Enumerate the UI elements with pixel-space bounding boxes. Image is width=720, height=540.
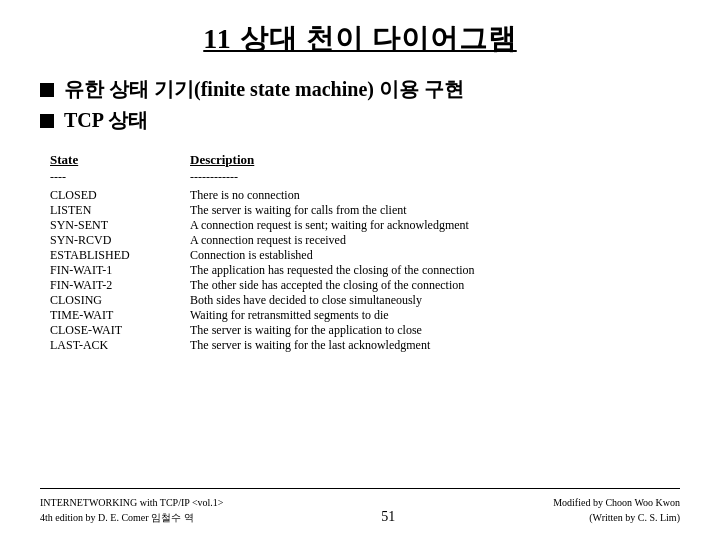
footer: INTERNETWORKING with TCP/IP <vol.1> 4th … xyxy=(40,488,680,525)
state-header: State xyxy=(50,152,190,168)
bullet-item-1: 유한 상태 기기(finite state machine) 이용 구현 xyxy=(40,76,680,103)
footer-right-line2: (Written by C. S. Lim) xyxy=(553,510,680,525)
desc-cell-3: A connection request is received xyxy=(190,233,680,248)
page: 11 상대 천이 다이어그램 유한 상태 기기(finite state mac… xyxy=(0,0,720,540)
desc-cell-9: The server is waiting for the applicatio… xyxy=(190,323,680,338)
page-title: 11 상대 천이 다이어그램 xyxy=(40,20,680,58)
desc-cell-1: The server is waiting for calls from the… xyxy=(190,203,680,218)
state-cell-9: CLOSE-WAIT xyxy=(50,323,190,338)
bullet-list: 유한 상태 기기(finite state machine) 이용 구현 TCP… xyxy=(40,76,680,138)
state-cell-8: TIME-WAIT xyxy=(50,308,190,323)
footer-page-number: 51 xyxy=(381,509,395,525)
desc-cell-6: The other side has accepted the closing … xyxy=(190,278,680,293)
desc-cell-0: There is no connection xyxy=(190,188,680,203)
bullet-icon-1 xyxy=(40,83,54,97)
desc-header: Description xyxy=(190,152,680,168)
state-cell-7: CLOSING xyxy=(50,293,190,308)
state-cell-0: CLOSED xyxy=(50,188,190,203)
state-divider: ---- xyxy=(50,170,190,185)
state-cell-4: ESTABLISHED xyxy=(50,248,190,263)
desc-cell-8: Waiting for retransmitted segments to di… xyxy=(190,308,680,323)
state-cell-3: SYN-RCVD xyxy=(50,233,190,248)
desc-column: Description ------------ There is no con… xyxy=(190,152,680,478)
desc-cell-7: Both sides have decided to close simulta… xyxy=(190,293,680,308)
bullet-icon-2 xyxy=(40,114,54,128)
bullet-item-2: TCP 상태 xyxy=(40,107,680,134)
footer-left-line1: INTERNETWORKING with TCP/IP <vol.1> xyxy=(40,495,224,510)
footer-left: INTERNETWORKING with TCP/IP <vol.1> 4th … xyxy=(40,495,224,525)
desc-cell-10: The server is waiting for the last ackno… xyxy=(190,338,680,353)
desc-cell-4: Connection is established xyxy=(190,248,680,263)
state-cell-2: SYN-SENT xyxy=(50,218,190,233)
footer-left-line2: 4th edition by D. E. Comer 임철수 역 xyxy=(40,510,224,525)
state-table: State ---- CLOSED LISTEN SYN-SENT SYN-RC… xyxy=(50,152,680,478)
desc-cell-5: The application has requested the closin… xyxy=(190,263,680,278)
bullet-text-2: TCP 상태 xyxy=(64,107,148,134)
footer-right-line1: Modified by Choon Woo Kwon xyxy=(553,495,680,510)
desc-cell-2: A connection request is sent; waiting fo… xyxy=(190,218,680,233)
state-cell-10: LAST-ACK xyxy=(50,338,190,353)
desc-divider: ------------ xyxy=(190,170,680,185)
state-cell-1: LISTEN xyxy=(50,203,190,218)
bullet-text-1: 유한 상태 기기(finite state machine) 이용 구현 xyxy=(64,76,464,103)
state-column: State ---- CLOSED LISTEN SYN-SENT SYN-RC… xyxy=(50,152,190,478)
state-cell-5: FIN-WAIT-1 xyxy=(50,263,190,278)
footer-right: Modified by Choon Woo Kwon (Written by C… xyxy=(553,495,680,525)
state-cell-6: FIN-WAIT-2 xyxy=(50,278,190,293)
